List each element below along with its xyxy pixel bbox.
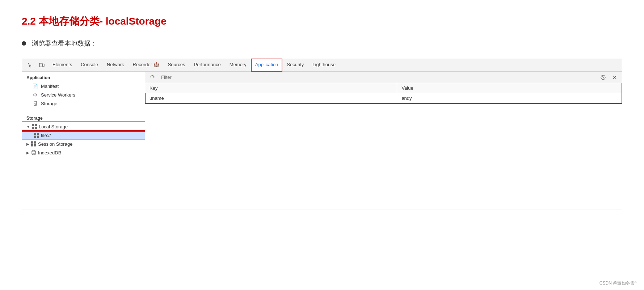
row-key: uname bbox=[145, 93, 397, 103]
tab-recorder[interactable]: Recorder 🏰 bbox=[129, 59, 164, 72]
svg-point-14 bbox=[32, 150, 35, 152]
svg-rect-5 bbox=[35, 127, 37, 129]
sidebar-storage-section: Storage ▼ Local Storage bbox=[22, 112, 145, 157]
data-table-wrapper: Key Value uname andy bbox=[145, 83, 622, 209]
local-storage-chevron: ▼ bbox=[26, 125, 30, 129]
indexed-db-icon bbox=[31, 150, 37, 155]
svg-rect-4 bbox=[32, 127, 34, 129]
table-row[interactable]: uname andy bbox=[145, 93, 622, 103]
close-icon[interactable] bbox=[610, 73, 619, 82]
bullet-section: 浏览器查看本地数据： bbox=[22, 39, 622, 48]
page-title: 2.2 本地存储分类- localStorage bbox=[22, 14, 622, 28]
clear-icon[interactable] bbox=[599, 73, 607, 82]
filter-input[interactable] bbox=[160, 74, 596, 81]
tab-security[interactable]: Security bbox=[282, 59, 308, 72]
tab-sources[interactable]: Sources bbox=[164, 59, 190, 72]
devtools-panel: Elements Console Network Recorder 🏰 Sour… bbox=[22, 59, 622, 209]
tab-elements[interactable]: Elements bbox=[48, 59, 76, 72]
sidebar-storage-label: Storage bbox=[41, 101, 58, 106]
tab-lighthouse[interactable]: Lighthouse bbox=[308, 59, 340, 72]
sidebar-indexed-db[interactable]: ▶ IndexedDB bbox=[22, 148, 145, 157]
sidebar-local-storage[interactable]: ▼ Local Storage bbox=[22, 122, 145, 131]
svg-line-16 bbox=[602, 76, 604, 78]
sidebar-application-title: Application bbox=[22, 72, 145, 82]
row-value: andy bbox=[397, 93, 622, 103]
main-toolbar bbox=[145, 72, 622, 83]
storage-icon: 🗄 bbox=[32, 101, 38, 106]
sidebar-session-storage[interactable]: ▶ Session Storage bbox=[22, 140, 145, 148]
col-key: Key bbox=[145, 83, 397, 93]
svg-rect-8 bbox=[34, 136, 36, 138]
svg-rect-2 bbox=[32, 124, 34, 126]
svg-rect-0 bbox=[39, 63, 42, 67]
indexed-db-label: IndexedDB bbox=[38, 150, 61, 155]
svg-rect-11 bbox=[34, 141, 36, 144]
svg-rect-6 bbox=[34, 133, 36, 135]
devtools-sidebar: Application 📄 Manifest ⚙ Service Workers… bbox=[22, 72, 145, 209]
col-value: Value bbox=[397, 83, 622, 93]
svg-rect-9 bbox=[37, 136, 39, 138]
tab-performance[interactable]: Performance bbox=[189, 59, 225, 72]
tab-network[interactable]: Network bbox=[102, 59, 129, 72]
devtools-main: Key Value uname andy bbox=[145, 72, 622, 209]
sidebar-local-storage-file[interactable]: file:// bbox=[22, 131, 145, 140]
file-storage-label: file:// bbox=[41, 133, 51, 138]
watermark: CSDN @激如冬雪^ bbox=[599, 280, 637, 286]
tab-application[interactable]: Application bbox=[251, 59, 283, 72]
svg-rect-7 bbox=[37, 133, 39, 135]
session-storage-icon bbox=[31, 141, 37, 147]
table-body: uname andy bbox=[145, 93, 622, 103]
sidebar-item-manifest[interactable]: 📄 Manifest bbox=[22, 82, 145, 90]
bullet-dot bbox=[22, 41, 26, 46]
data-table: Key Value uname andy bbox=[145, 83, 622, 103]
session-storage-label: Session Storage bbox=[38, 141, 72, 147]
sidebar-item-service-workers[interactable]: ⚙ Service Workers bbox=[22, 90, 145, 99]
svg-rect-12 bbox=[31, 144, 33, 146]
svg-rect-3 bbox=[35, 124, 37, 126]
manifest-icon: 📄 bbox=[32, 83, 38, 89]
table-header: Key Value bbox=[145, 83, 622, 93]
svg-rect-10 bbox=[31, 141, 33, 144]
refresh-button[interactable] bbox=[148, 73, 157, 82]
tab-console[interactable]: Console bbox=[76, 59, 102, 72]
svg-rect-1 bbox=[43, 64, 44, 67]
indexed-db-chevron: ▶ bbox=[26, 151, 29, 155]
service-workers-icon: ⚙ bbox=[32, 92, 38, 98]
session-storage-chevron: ▶ bbox=[26, 142, 29, 146]
bullet-text: 浏览器查看本地数据： bbox=[32, 39, 97, 48]
file-storage-icon bbox=[34, 132, 39, 138]
devtools-body: Application 📄 Manifest ⚙ Service Workers… bbox=[22, 72, 622, 209]
svg-rect-13 bbox=[34, 144, 36, 146]
device-icon[interactable] bbox=[37, 60, 47, 70]
sidebar-manifest-label: Manifest bbox=[41, 84, 59, 89]
sidebar-storage-title: Storage bbox=[22, 112, 145, 122]
tab-memory[interactable]: Memory bbox=[225, 59, 251, 72]
sidebar-service-workers-label: Service Workers bbox=[41, 92, 75, 98]
inspect-icon[interactable] bbox=[25, 60, 35, 70]
local-storage-icon bbox=[31, 124, 37, 129]
devtools-tab-bar: Elements Console Network Recorder 🏰 Sour… bbox=[22, 59, 622, 72]
sidebar-item-storage[interactable]: 🗄 Storage bbox=[22, 99, 145, 108]
local-storage-label: Local Storage bbox=[39, 124, 68, 129]
